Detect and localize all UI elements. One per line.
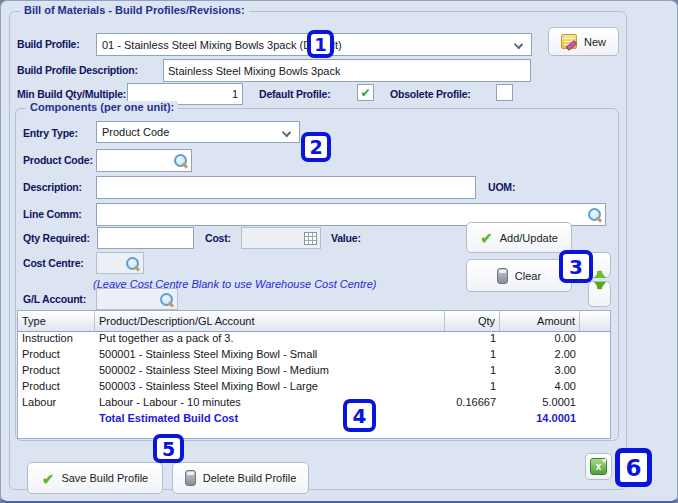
qty-required-field[interactable] — [97, 227, 194, 249]
entry-type-label: Entry Type: — [23, 127, 78, 139]
delete-build-profile-label: Delete Build Profile — [203, 472, 297, 484]
obsolete-profile-checkbox[interactable] — [496, 84, 513, 101]
callout-1: 1 — [307, 30, 334, 58]
table-row[interactable]: Product500002 - Stainless Steel Mixing B… — [18, 364, 610, 380]
save-build-profile-label: Save Build Profile — [61, 472, 148, 484]
bom-groupbox-legend: Bill of Materials - Build Profiles/Revis… — [20, 4, 249, 16]
column-header-filler — [580, 311, 610, 331]
product-code-field[interactable] — [96, 149, 192, 172]
cell-filler — [580, 396, 610, 412]
build-profile-selected-value: 01 - Stainless Steel Mixing Bowls 3pack … — [102, 39, 342, 51]
build-profile-description-input[interactable] — [163, 59, 531, 82]
total-amount: 14.0001 — [500, 412, 580, 428]
cell-qty: 1 — [445, 380, 500, 396]
obsolete-profile-label: Obsolete Profile: — [390, 88, 471, 100]
qty-required-label: Qty Required: — [23, 232, 90, 244]
table-row[interactable]: Product500001 - Stainless Steel Mixing B… — [18, 348, 610, 364]
components-table[interactable]: Type Product/Description/GL Account Qty … — [17, 310, 611, 439]
cell-qty: 1 — [445, 348, 500, 364]
cell-amount: 0.00 — [500, 332, 580, 348]
product-code-label: Product Code: — [23, 154, 93, 166]
check-icon: ✔ — [42, 471, 55, 486]
new-button-label: New — [584, 36, 606, 48]
default-profile-checkbox[interactable]: ✔ — [357, 84, 374, 101]
search-icon[interactable] — [125, 256, 140, 271]
column-header-product[interactable]: Product/Description/GL Account — [95, 311, 445, 331]
export-excel-button[interactable]: x — [585, 453, 612, 480]
cell-qty: 1 — [445, 332, 500, 348]
chevron-down-icon — [514, 40, 523, 49]
cell-amount: 3.00 — [500, 364, 580, 380]
callout-3: 3 — [559, 250, 593, 283]
cell-type: Product — [18, 348, 95, 364]
cell-filler — [18, 412, 95, 428]
cell-qty: 0.16667 — [445, 396, 500, 412]
check-icon: ✔ — [480, 230, 493, 245]
gl-account-label: G/L Account: — [23, 293, 86, 305]
cell-amount: 5.0001 — [500, 396, 580, 412]
search-icon[interactable] — [587, 207, 602, 222]
cost-label: Cost: — [205, 232, 231, 244]
table-total-row: Total Estimated Build Cost14.0001 — [18, 412, 610, 428]
chevron-down-icon — [282, 128, 291, 137]
add-update-button[interactable]: ✔ Add/Update — [466, 222, 572, 253]
entry-type-select[interactable]: Product Code — [96, 121, 300, 143]
cell-filler — [580, 412, 610, 428]
cell-type: Labour — [18, 396, 95, 412]
column-header-amount[interactable]: Amount — [500, 311, 580, 331]
column-header-type[interactable]: Type — [18, 311, 95, 331]
check-mark: ✔ — [360, 86, 370, 100]
build-profile-label: Build Profile: — [17, 38, 80, 50]
cost-field — [241, 227, 321, 249]
cell-qty: 1 — [445, 364, 500, 380]
delete-icon — [185, 470, 196, 486]
cell-description: Labour - Labour - 10 minutes — [95, 396, 445, 412]
arrow-up-icon — [594, 253, 606, 278]
cell-description: Put together as a pack of 3. — [95, 332, 445, 348]
cell-filler — [580, 380, 610, 396]
cell-description: 500001 - Stainless Steel Mixing Bowl - S… — [95, 348, 445, 364]
cell-amount: 2.00 — [500, 348, 580, 364]
cell-amount: 4.00 — [500, 380, 580, 396]
new-button[interactable]: New — [548, 27, 619, 56]
entry-type-selected-value: Product Code — [102, 126, 169, 138]
table-body: InstructionPut together as a pack of 3.1… — [18, 332, 610, 428]
cell-type: Product — [18, 380, 95, 396]
column-header-qty[interactable]: Qty — [445, 311, 500, 331]
cost-centre-field — [96, 252, 144, 274]
gl-account-field — [96, 288, 178, 310]
callout-4: 4 — [343, 399, 376, 432]
cell-filler — [445, 412, 500, 428]
cell-filler — [580, 348, 610, 364]
cell-type: Product — [18, 364, 95, 380]
table-row[interactable]: InstructionPut together as a pack of 3.1… — [18, 332, 610, 348]
clear-button-label: Clear — [515, 270, 541, 282]
cost-centre-label: Cost Centre: — [23, 257, 84, 269]
uom-label: UOM: — [488, 181, 515, 193]
clear-button[interactable]: Clear — [466, 259, 572, 292]
excel-icon: x — [590, 458, 607, 475]
bom-build-profiles-window: Bill of Materials - Build Profiles/Revis… — [0, 0, 678, 503]
build-profile-description-label: Build Profile Description: — [17, 64, 138, 76]
line-comm-label: Line Comm: — [23, 208, 82, 220]
search-icon[interactable] — [173, 153, 188, 168]
delete-build-profile-button[interactable]: Delete Build Profile — [172, 462, 309, 494]
components-table-header[interactable]: Type Product/Description/GL Account Qty … — [18, 311, 610, 332]
calculator-grid-icon[interactable] — [304, 232, 317, 245]
components-groupbox-legend: Components (per one unit): — [26, 101, 178, 113]
save-build-profile-button[interactable]: ✔ Save Build Profile — [27, 462, 163, 494]
arrow-down-icon — [594, 282, 606, 307]
table-row[interactable]: LabourLabour - Labour - 10 minutes0.1666… — [18, 396, 610, 412]
add-update-button-label: Add/Update — [500, 232, 558, 244]
component-description-field[interactable] — [96, 176, 476, 199]
min-build-qty-label: Min Build Qty/Multiple: — [17, 88, 126, 100]
eraser-icon — [497, 268, 508, 284]
default-profile-label: Default Profile: — [259, 88, 330, 100]
callout-5: 5 — [153, 434, 184, 463]
search-icon[interactable] — [159, 292, 174, 307]
table-row[interactable]: Product500003 - Stainless Steel Mixing B… — [18, 380, 610, 396]
cell-description: 500002 - Stainless Steel Mixing Bowl - M… — [95, 364, 445, 380]
move-down-button[interactable] — [588, 281, 611, 307]
cell-description: 500003 - Stainless Steel Mixing Bowl - L… — [95, 380, 445, 396]
cell-filler — [580, 332, 610, 348]
